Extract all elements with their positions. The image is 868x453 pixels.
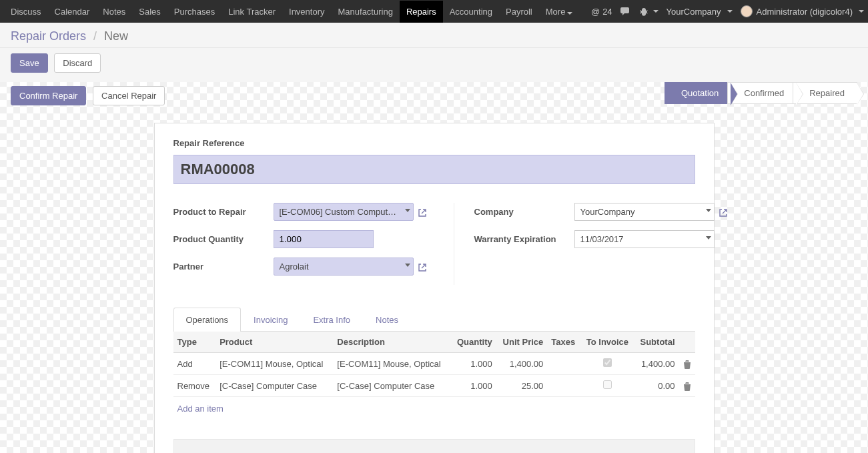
menu-discuss[interactable]: Discuss — [4, 1, 48, 23]
discard-button[interactable]: Discard — [54, 53, 101, 73]
warranty-date-input[interactable]: 11/03/2017 — [574, 230, 715, 248]
qty-label: Product Quantity — [173, 234, 274, 244]
company-select[interactable]: YourCompany — [574, 203, 715, 221]
top-menubar: DiscussCalendarNotesSalesPurchasesLink T… — [0, 0, 868, 23]
form-sheet: Repair Reference Product to Repair [E-CO… — [154, 123, 715, 453]
repair-reference-input[interactable] — [173, 155, 695, 184]
form-footer — [173, 439, 695, 453]
col-taxes: Taxes — [547, 332, 580, 353]
partner-select[interactable]: Agrolait — [274, 258, 414, 276]
to-invoice-checkbox[interactable] — [603, 380, 612, 389]
menu-link-tracker[interactable]: Link Tracker — [222, 1, 282, 23]
col-subtotal: Subtotal — [634, 332, 679, 353]
user-menu[interactable]: Administrator (digicolor4) — [741, 5, 865, 17]
tab-extra-info[interactable]: Extra Info — [300, 308, 363, 332]
tab-invoicing[interactable]: Invoicing — [241, 308, 300, 332]
confirm-repair-button[interactable]: Confirm Repair — [11, 86, 86, 105]
col-unit: Unit Price — [496, 332, 548, 353]
chat-icon[interactable] — [620, 7, 631, 16]
operations-table: Type Product Description Quantity Unit P… — [173, 332, 695, 397]
debug-icon[interactable] — [639, 7, 659, 16]
tab-operations[interactable]: Operations — [173, 308, 242, 332]
breadcrumb-root[interactable]: Repair Orders — [11, 29, 86, 43]
col-product: Product — [215, 332, 333, 353]
company-switcher[interactable]: YourCompany — [667, 7, 733, 17]
external-link-icon[interactable] — [418, 206, 427, 217]
menu-accounting[interactable]: Accounting — [443, 1, 499, 23]
product-label: Product to Repair — [173, 207, 274, 217]
ref-label: Repair Reference — [173, 138, 695, 148]
menu-notes[interactable]: Notes — [96, 1, 132, 23]
messages-count: 24 — [602, 7, 612, 17]
menu-inventory[interactable]: Inventory — [282, 1, 331, 23]
partner-label: Partner — [173, 262, 274, 272]
product-to-repair-select[interactable]: [E-COM06] Custom Computer (kit) — [274, 203, 414, 221]
col-desc: Description — [333, 332, 450, 353]
menu-payroll[interactable]: Payroll — [499, 1, 539, 23]
add-item-link[interactable]: Add an item — [173, 397, 695, 420]
delete-row-icon[interactable] — [679, 375, 695, 397]
save-button[interactable]: Save — [11, 53, 48, 73]
cancel-repair-button[interactable]: Cancel Repair — [93, 86, 165, 105]
warranty-label: Warranty Expiration — [474, 234, 574, 244]
status-quotation[interactable]: Quotation — [665, 82, 731, 104]
menu-sales[interactable]: Sales — [132, 1, 167, 23]
external-link-icon[interactable] — [719, 206, 728, 217]
avatar — [741, 5, 753, 17]
table-row[interactable]: Remove[C-Case] Computer Case[C-Case] Com… — [173, 375, 695, 397]
col-qty: Quantity — [451, 332, 496, 353]
table-row[interactable]: Add[E-COM11] Mouse, Optical[E-COM11] Mou… — [173, 353, 695, 375]
col-invoice: To Invoice — [581, 332, 634, 353]
breadcrumb: Repair Orders / New — [0, 23, 868, 48]
product-quantity-input[interactable] — [274, 230, 374, 248]
menu-calendar[interactable]: Calendar — [48, 1, 97, 23]
menu-manufacturing[interactable]: Manufacturing — [332, 1, 400, 23]
to-invoice-checkbox[interactable] — [603, 358, 612, 367]
external-link-icon[interactable] — [418, 261, 427, 272]
col-type: Type — [173, 332, 216, 353]
breadcrumb-current: New — [104, 29, 128, 43]
menu-repairs[interactable]: Repairs — [400, 1, 443, 23]
messages-indicator[interactable]: @ 24 — [591, 7, 612, 17]
menu-purchases[interactable]: Purchases — [167, 1, 222, 23]
tab-notes[interactable]: Notes — [363, 308, 411, 332]
delete-row-icon[interactable] — [679, 353, 695, 375]
menu-more[interactable]: More — [539, 1, 580, 23]
company-label: Company — [474, 207, 574, 217]
